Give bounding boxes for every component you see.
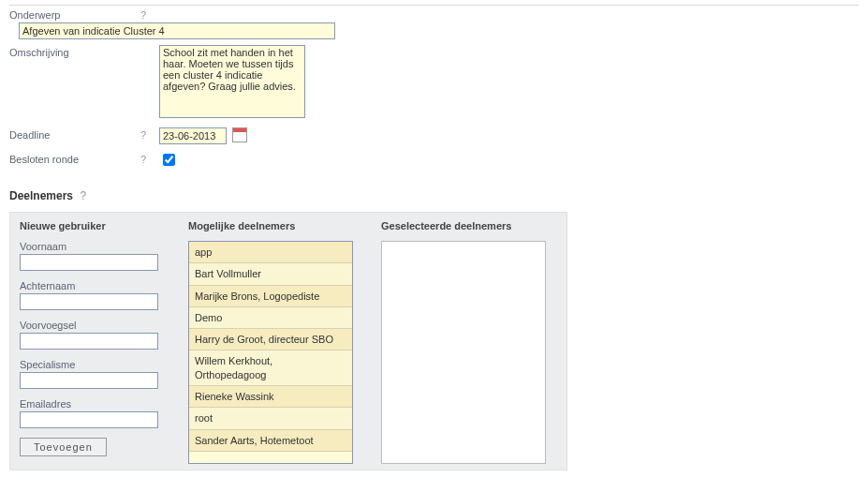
list-item[interactable]: Willem Kerkhout, Orthopedagoog — [189, 350, 352, 386]
firstname-input[interactable] — [20, 254, 158, 271]
list-item[interactable]: root — [189, 408, 352, 429]
list-item[interactable]: Harry de Groot, directeur SBO — [189, 329, 352, 350]
list-item[interactable]: app — [189, 242, 352, 263]
email-input[interactable] — [20, 411, 158, 428]
lastname-input[interactable] — [20, 293, 158, 310]
description-textarea[interactable]: School zit met handen in het haar. Moete… — [159, 45, 305, 118]
help-icon[interactable]: ? — [140, 127, 159, 141]
closed-round-checkbox[interactable] — [163, 154, 175, 166]
participants-header: Deelnemers — [9, 189, 73, 202]
help-icon[interactable]: ? — [140, 7, 159, 21]
specialism-input[interactable] — [20, 372, 158, 389]
subject-label: Onderwerp — [9, 7, 140, 21]
participants-panel: Nieuwe gebruiker Voornaam Achternaam Voo… — [9, 212, 567, 470]
specialism-label: Specialisme — [20, 359, 160, 370]
list-item[interactable]: Demo — [189, 307, 352, 329]
help-placeholder — [140, 45, 159, 47]
selected-listbox[interactable] — [381, 241, 546, 464]
firstname-label: Voornaam — [20, 241, 160, 252]
subject-input[interactable] — [19, 22, 335, 39]
deadline-label: Deadline — [9, 127, 140, 141]
deadline-input[interactable] — [159, 127, 227, 144]
selected-title: Geselecteerde deelnemers — [381, 220, 557, 231]
email-label: Emailadres — [20, 398, 160, 410]
help-icon[interactable]: ? — [140, 152, 159, 165]
prefix-label: Voorvoegsel — [20, 320, 160, 331]
help-icon[interactable]: ? — [80, 187, 86, 202]
list-item[interactable]: Marijke Brons, Logopediste — [189, 286, 352, 307]
add-button[interactable]: Toevoegen — [20, 438, 107, 456]
prefix-input[interactable] — [20, 333, 158, 350]
new-user-title: Nieuwe gebruiker — [20, 220, 160, 231]
possible-title: Mogelijke deelnemers — [188, 220, 353, 231]
lastname-label: Achternaam — [20, 280, 160, 291]
description-label: Omschrijving — [9, 45, 140, 58]
list-item[interactable]: Rieneke Wassink — [189, 386, 352, 408]
calendar-icon[interactable] — [232, 127, 247, 142]
possible-listbox[interactable]: appBart VollmullerMarijke Brons, Logoped… — [188, 241, 353, 464]
list-item[interactable]: Bart Vollmuller — [189, 263, 352, 285]
closed-round-label: Besloten ronde — [9, 152, 140, 165]
list-item[interactable]: Sander Aarts, Hotemetoot — [189, 430, 352, 452]
